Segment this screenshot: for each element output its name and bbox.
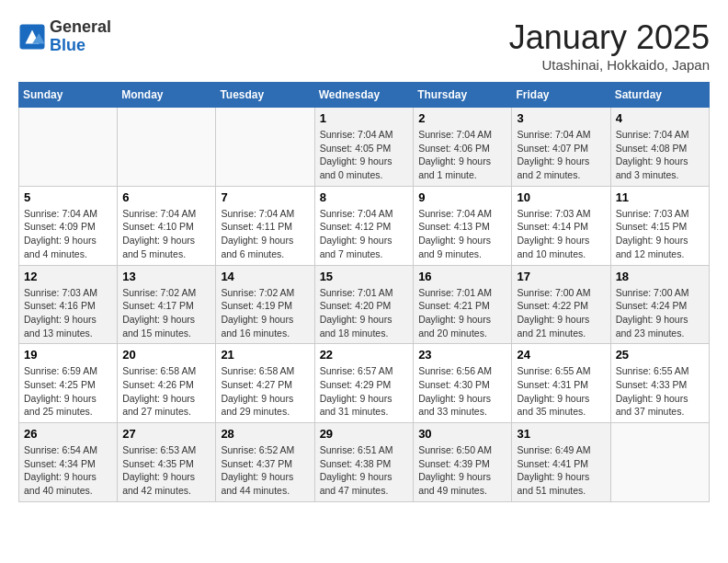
logo-blue: Blue (50, 37, 111, 55)
day-info: Sunrise: 7:01 AM Sunset: 4:21 PM Dayligh… (418, 286, 506, 340)
day-number: 3 (517, 111, 605, 125)
day-number: 20 (122, 348, 210, 362)
calendar-week-row: 1Sunrise: 7:04 AM Sunset: 4:05 PM Daylig… (19, 108, 710, 187)
day-info: Sunrise: 6:58 AM Sunset: 4:27 PM Dayligh… (221, 364, 309, 419)
calendar-day-27: 27Sunrise: 6:53 AM Sunset: 4:35 PM Dayli… (118, 423, 216, 502)
empty-day-cell (19, 108, 118, 187)
calendar-day-14: 14Sunrise: 7:02 AM Sunset: 4:19 PM Dayli… (216, 265, 314, 344)
day-info: Sunrise: 6:54 AM Sunset: 4:34 PM Dayligh… (24, 443, 112, 498)
calendar-day-13: 13Sunrise: 7:02 AM Sunset: 4:17 PM Dayli… (118, 265, 216, 344)
day-info: Sunrise: 7:02 AM Sunset: 4:19 PM Dayligh… (221, 286, 309, 340)
location: Utashinai, Hokkaido, Japan (509, 57, 710, 73)
day-number: 9 (418, 190, 506, 204)
day-number: 29 (320, 427, 409, 441)
day-number: 16 (418, 270, 506, 283)
calendar-day-20: 20Sunrise: 6:58 AM Sunset: 4:26 PM Dayli… (118, 344, 216, 423)
empty-day-cell (216, 108, 314, 187)
calendar-day-10: 10Sunrise: 7:03 AM Sunset: 4:14 PM Dayli… (512, 186, 610, 265)
day-number: 21 (221, 348, 309, 362)
day-info: Sunrise: 7:04 AM Sunset: 4:09 PM Dayligh… (24, 207, 112, 261)
logo-general: General (50, 18, 111, 37)
day-number: 4 (616, 111, 704, 125)
day-info: Sunrise: 7:04 AM Sunset: 4:05 PM Dayligh… (320, 128, 409, 182)
day-info: Sunrise: 7:04 AM Sunset: 4:10 PM Dayligh… (122, 207, 210, 261)
day-number: 1 (320, 111, 409, 125)
calendar-day-30: 30Sunrise: 6:50 AM Sunset: 4:39 PM Dayli… (414, 423, 512, 502)
day-info: Sunrise: 7:00 AM Sunset: 4:24 PM Dayligh… (616, 286, 704, 340)
weekday-header-wednesday: Wednesday (314, 83, 414, 108)
day-number: 22 (320, 348, 409, 362)
day-number: 30 (418, 427, 506, 441)
day-number: 13 (122, 270, 210, 283)
day-info: Sunrise: 7:04 AM Sunset: 4:07 PM Dayligh… (517, 128, 605, 182)
day-info: Sunrise: 6:50 AM Sunset: 4:39 PM Dayligh… (418, 443, 506, 498)
weekday-header-thursday: Thursday (414, 83, 512, 108)
calendar-day-15: 15Sunrise: 7:01 AM Sunset: 4:20 PM Dayli… (314, 265, 414, 344)
day-info: Sunrise: 6:53 AM Sunset: 4:35 PM Dayligh… (122, 443, 210, 498)
day-number: 24 (517, 348, 605, 362)
calendar-day-21: 21Sunrise: 6:58 AM Sunset: 4:27 PM Dayli… (216, 344, 314, 423)
calendar-day-29: 29Sunrise: 6:51 AM Sunset: 4:38 PM Dayli… (314, 423, 414, 502)
day-number: 6 (122, 190, 210, 204)
day-info: Sunrise: 6:55 AM Sunset: 4:31 PM Dayligh… (517, 364, 605, 419)
logo-icon (18, 23, 46, 51)
day-number: 31 (517, 427, 605, 441)
page-header: General Blue January 2025 Utashinai, Hok… (18, 18, 710, 73)
day-number: 10 (517, 190, 605, 204)
day-number: 28 (221, 427, 309, 441)
day-info: Sunrise: 7:04 AM Sunset: 4:11 PM Dayligh… (221, 207, 309, 261)
logo: General Blue (18, 18, 111, 55)
title-block: January 2025 Utashinai, Hokkaido, Japan (509, 18, 710, 73)
calendar-day-24: 24Sunrise: 6:55 AM Sunset: 4:31 PM Dayli… (512, 344, 610, 423)
calendar-day-16: 16Sunrise: 7:01 AM Sunset: 4:21 PM Dayli… (414, 265, 512, 344)
day-info: Sunrise: 7:02 AM Sunset: 4:17 PM Dayligh… (122, 286, 210, 340)
weekday-header-row: SundayMondayTuesdayWednesdayThursdayFrid… (19, 83, 710, 108)
day-number: 7 (221, 190, 309, 204)
weekday-header-sunday: Sunday (19, 83, 118, 108)
day-number: 2 (418, 111, 506, 125)
day-number: 8 (320, 190, 409, 204)
weekday-header-saturday: Saturday (610, 83, 709, 108)
day-info: Sunrise: 7:04 AM Sunset: 4:08 PM Dayligh… (616, 128, 704, 182)
calendar-header: SundayMondayTuesdayWednesdayThursdayFrid… (19, 83, 710, 108)
day-number: 23 (418, 348, 506, 362)
calendar-day-23: 23Sunrise: 6:56 AM Sunset: 4:30 PM Dayli… (414, 344, 512, 423)
day-number: 18 (616, 270, 704, 283)
calendar-day-5: 5Sunrise: 7:04 AM Sunset: 4:09 PM Daylig… (19, 186, 118, 265)
calendar-day-28: 28Sunrise: 6:52 AM Sunset: 4:37 PM Dayli… (216, 423, 314, 502)
calendar-day-19: 19Sunrise: 6:59 AM Sunset: 4:25 PM Dayli… (19, 344, 118, 423)
day-info: Sunrise: 6:52 AM Sunset: 4:37 PM Dayligh… (221, 443, 309, 498)
calendar-day-6: 6Sunrise: 7:04 AM Sunset: 4:10 PM Daylig… (118, 186, 216, 265)
logo-text: General Blue (50, 18, 111, 55)
day-number: 19 (24, 348, 112, 362)
day-number: 12 (24, 270, 112, 283)
day-info: Sunrise: 7:03 AM Sunset: 4:15 PM Dayligh… (616, 207, 704, 261)
empty-day-cell (118, 108, 216, 187)
day-number: 11 (616, 190, 704, 204)
calendar-day-12: 12Sunrise: 7:03 AM Sunset: 4:16 PM Dayli… (19, 265, 118, 344)
day-info: Sunrise: 6:56 AM Sunset: 4:30 PM Dayligh… (418, 364, 506, 419)
calendar-week-row: 19Sunrise: 6:59 AM Sunset: 4:25 PM Dayli… (19, 344, 710, 423)
day-info: Sunrise: 7:03 AM Sunset: 4:16 PM Dayligh… (24, 286, 112, 340)
weekday-header-friday: Friday (512, 83, 610, 108)
day-info: Sunrise: 7:04 AM Sunset: 4:13 PM Dayligh… (418, 207, 506, 261)
month-title: January 2025 (509, 18, 710, 57)
day-number: 5 (24, 190, 112, 204)
day-info: Sunrise: 6:57 AM Sunset: 4:29 PM Dayligh… (320, 364, 409, 419)
calendar-day-3: 3Sunrise: 7:04 AM Sunset: 4:07 PM Daylig… (512, 108, 610, 187)
calendar-body: 1Sunrise: 7:04 AM Sunset: 4:05 PM Daylig… (19, 108, 710, 502)
day-info: Sunrise: 7:00 AM Sunset: 4:22 PM Dayligh… (517, 286, 605, 340)
weekday-header-tuesday: Tuesday (216, 83, 314, 108)
calendar-day-25: 25Sunrise: 6:55 AM Sunset: 4:33 PM Dayli… (610, 344, 709, 423)
day-info: Sunrise: 7:01 AM Sunset: 4:20 PM Dayligh… (320, 286, 409, 340)
calendar-week-row: 5Sunrise: 7:04 AM Sunset: 4:09 PM Daylig… (19, 186, 710, 265)
calendar-day-18: 18Sunrise: 7:00 AM Sunset: 4:24 PM Dayli… (610, 265, 709, 344)
calendar-day-31: 31Sunrise: 6:49 AM Sunset: 4:41 PM Dayli… (512, 423, 610, 502)
day-info: Sunrise: 7:03 AM Sunset: 4:14 PM Dayligh… (517, 207, 605, 261)
day-number: 17 (517, 270, 605, 283)
calendar-day-9: 9Sunrise: 7:04 AM Sunset: 4:13 PM Daylig… (414, 186, 512, 265)
day-number: 27 (122, 427, 210, 441)
day-number: 25 (616, 348, 704, 362)
day-info: Sunrise: 7:04 AM Sunset: 4:06 PM Dayligh… (418, 128, 506, 182)
calendar-week-row: 12Sunrise: 7:03 AM Sunset: 4:16 PM Dayli… (19, 265, 710, 344)
